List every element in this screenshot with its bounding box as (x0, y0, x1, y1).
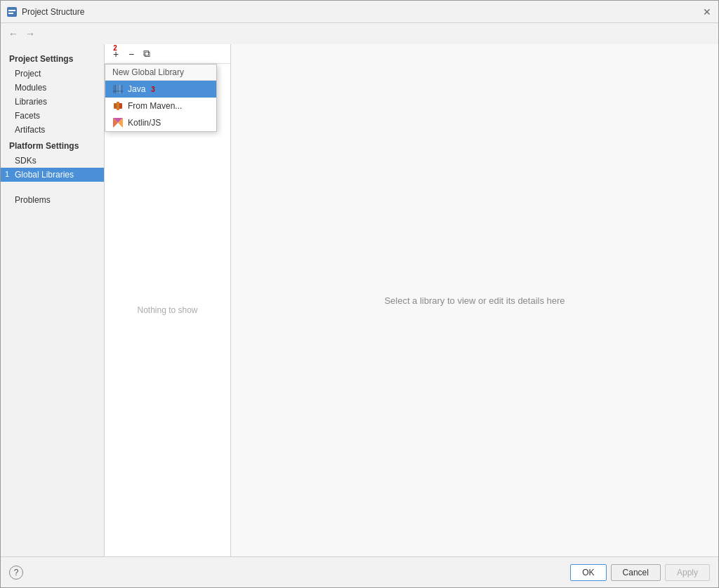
sidebar-item-project[interactable]: Project (1, 67, 104, 81)
svg-rect-4 (115, 85, 116, 93)
step3-label: 3 (151, 86, 155, 93)
step2-label: 2 (106, 44, 124, 52)
library-panel: + 2 − ⧉ New Global Library (105, 44, 231, 556)
project-structure-window: Project Structure ✕ ← → Project Settings… (0, 0, 719, 588)
help-button[interactable]: ? (9, 566, 23, 580)
java-icon (112, 83, 124, 95)
detail-panel: Select a library to view or edit its det… (231, 44, 718, 556)
svg-rect-2 (8, 13, 13, 14)
dropdown-header: New Global Library (105, 65, 216, 81)
nothing-to-show: Nothing to show (105, 64, 230, 556)
platform-settings-label: Platform Settings (1, 137, 104, 154)
sidebar-item-facets[interactable]: Facets (1, 109, 104, 123)
svg-rect-6 (118, 85, 119, 93)
title-bar-text: Project Structure (22, 7, 701, 17)
svg-rect-1 (8, 10, 15, 11)
sidebar-item-modules[interactable]: Modules (1, 81, 104, 95)
dropdown-item-maven-label: From Maven... (128, 101, 182, 111)
copy-library-button[interactable]: ⧉ (140, 47, 154, 61)
add-library-button[interactable]: + 2 (109, 47, 123, 61)
sidebar-item-problems[interactable]: Problems (1, 193, 104, 207)
panel-toolbar: + 2 − ⧉ New Global Library (105, 44, 230, 64)
sidebar-item-libraries[interactable]: Libraries (1, 95, 104, 109)
maven-icon (112, 100, 124, 112)
footer-right: OK Cancel Apply (570, 564, 710, 581)
title-bar: Project Structure ✕ (1, 1, 718, 23)
svg-rect-7 (119, 85, 121, 93)
svg-rect-0 (7, 7, 17, 17)
dropdown-item-kotlin-label: Kotlin/JS (128, 118, 161, 128)
remove-library-button[interactable]: − (124, 47, 138, 61)
back-button[interactable]: ← (6, 27, 20, 41)
dropdown-item-java[interactable]: Java 3 (105, 81, 216, 98)
window-body: ← → Project Settings Project Modules Lib… (1, 23, 718, 556)
dropdown-item-kotlin[interactable]: Kotlin/JS (105, 114, 216, 131)
sidebar-item-global-libraries[interactable]: Global Libraries (1, 168, 104, 182)
sidebar-item-sdks[interactable]: SDKs (1, 154, 104, 168)
svg-rect-9 (113, 91, 123, 92)
ok-button[interactable]: OK (570, 564, 606, 581)
svg-rect-3 (113, 85, 115, 93)
close-button[interactable]: ✕ (701, 6, 713, 18)
cancel-button[interactable]: Cancel (611, 564, 661, 581)
main-panel: + 2 − ⧉ New Global Library (105, 44, 718, 556)
dropdown-item-maven[interactable]: From Maven... (105, 98, 216, 114)
footer: ? OK Cancel Apply (1, 556, 718, 587)
detail-placeholder: Select a library to view or edit its det… (384, 295, 565, 306)
svg-rect-5 (116, 85, 118, 93)
new-global-library-dropdown: New Global Library (105, 64, 217, 132)
app-icon (6, 6, 18, 18)
svg-rect-12 (117, 102, 119, 110)
svg-rect-8 (121, 85, 123, 93)
forward-button[interactable]: → (23, 27, 37, 41)
dropdown-item-java-label: Java (128, 84, 145, 94)
project-settings-label: Project Settings (1, 50, 104, 67)
sidebar: Project Settings Project Modules Librari… (1, 44, 105, 556)
apply-button[interactable]: Apply (665, 564, 710, 581)
sidebar-item-artifacts[interactable]: Artifacts (1, 123, 104, 137)
content-area: Project Settings Project Modules Librari… (1, 44, 718, 556)
kotlin-icon (112, 117, 124, 128)
nav-bar: ← → (1, 23, 718, 44)
footer-left: ? (9, 566, 23, 580)
